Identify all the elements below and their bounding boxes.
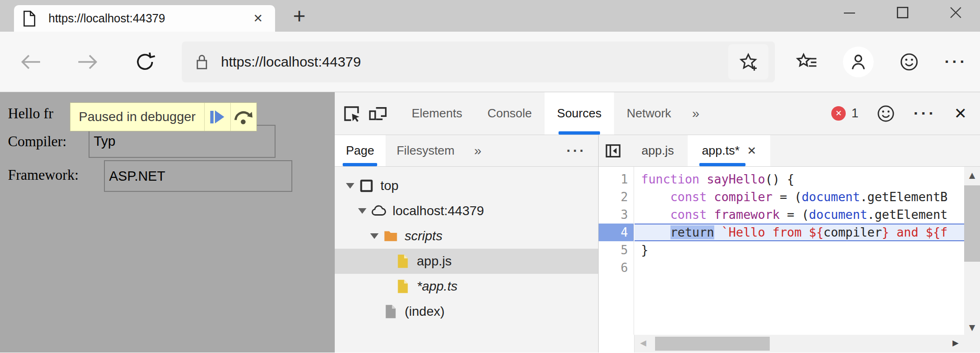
devtools-tab-network[interactable]: Network [614, 92, 683, 135]
tree-item-app.js[interactable]: app.js [335, 249, 598, 274]
web-page: Hello fr Paused in debugger Compiler: Fr… [0, 92, 335, 353]
lock-icon [195, 53, 209, 71]
file-js-icon [394, 253, 411, 270]
code-token: = ( [773, 190, 802, 204]
devtools-tab-elements[interactable]: Elements [399, 92, 475, 135]
scroll-right-icon[interactable]: ▶ [952, 338, 959, 347]
toolbar-actions: ··· [795, 47, 967, 77]
step-over-button[interactable] [230, 103, 256, 131]
tree-item-label: localhost:44379 [393, 204, 484, 218]
new-tab-button[interactable]: + [286, 4, 312, 28]
file-index-icon [382, 303, 399, 320]
close-window-icon[interactable] [948, 3, 963, 22]
sources-nav-tab-filesystem[interactable]: Filesystem [386, 135, 466, 166]
code-line[interactable]: } [635, 241, 964, 259]
devtools-tab-sources[interactable]: Sources [545, 92, 614, 135]
code-line[interactable]: function sayHello() { [635, 170, 964, 188]
minimize-icon[interactable] [842, 3, 857, 22]
url-text[interactable]: https://localhost:44379 [221, 54, 728, 70]
browser-tab[interactable]: https://localhost:44379 ✕ [14, 5, 275, 32]
folder-icon [382, 228, 399, 244]
more-panels-chevron-icon[interactable]: » [684, 92, 708, 135]
tree-item-top[interactable]: top [335, 173, 598, 198]
tab-strip: https://localhost:44379 ✕ + [0, 0, 980, 32]
resume-icon [210, 110, 224, 123]
tab-close-icon[interactable]: ✕ [249, 12, 267, 25]
forward-icon[interactable] [76, 52, 99, 72]
paused-banner-label: Paused in debugger [70, 103, 204, 131]
editor-tabbar: app.jsapp.ts*✕ [599, 135, 980, 167]
expand-triangle-icon[interactable] [356, 208, 368, 214]
scroll-left-icon[interactable]: ◀ [640, 338, 646, 347]
line-number[interactable]: 2 [599, 188, 634, 206]
line-number[interactable]: 5 [599, 241, 634, 259]
vertical-scrollbar-thumb[interactable] [964, 185, 980, 262]
feedback-smiley-icon[interactable] [899, 52, 919, 72]
code-token [699, 172, 707, 186]
tree-item-scripts[interactable]: scripts [335, 224, 598, 249]
paused-in-debugger-banner: Paused in debugger [70, 102, 257, 131]
tree-item--app.ts[interactable]: *app.ts [335, 274, 598, 299]
resume-script-button[interactable] [204, 103, 230, 131]
collapse-sidebar-icon[interactable] [599, 135, 628, 166]
refresh-icon[interactable] [134, 51, 156, 73]
code-area[interactable]: function sayHello() { const compiler = (… [635, 167, 964, 335]
editor-tab-close-icon[interactable]: ✕ [747, 144, 756, 157]
code-line[interactable] [635, 259, 964, 277]
framework-input[interactable] [104, 160, 292, 192]
tree-item--index-[interactable]: (index) [335, 299, 598, 324]
tree-item-localhost-44379[interactable]: localhost:44379 [335, 198, 598, 224]
sources-panel: PageFilesystem»··· toplocalhost:44379scr… [335, 135, 980, 353]
device-toolbar-icon[interactable] [365, 92, 391, 135]
more-nav-tabs-chevron-icon[interactable]: » [466, 135, 490, 166]
line-number[interactable]: 6 [599, 259, 634, 277]
add-favorite-button[interactable] [728, 44, 768, 80]
horizontal-scrollbar-thumb[interactable] [655, 337, 770, 351]
profile-button[interactable] [843, 47, 874, 77]
scrollbar-corner [964, 335, 980, 353]
devtools-more-icon[interactable]: ··· [913, 104, 936, 122]
editor-tab-label: app.js [642, 143, 674, 158]
expand-triangle-icon[interactable] [344, 183, 356, 189]
devtools-tab-console[interactable]: Console [475, 92, 544, 135]
content-area: Hello fr Paused in debugger Compiler: Fr… [0, 92, 980, 353]
devtools-close-icon[interactable]: ✕ [954, 104, 967, 122]
line-number[interactable]: 1 [599, 170, 634, 188]
editor-tab-app.js[interactable]: app.js [628, 135, 688, 166]
code-token [714, 225, 722, 239]
window-controls [842, 3, 963, 22]
code-token [707, 208, 714, 222]
inspect-element-icon[interactable] [338, 92, 365, 135]
editor-tab-app.ts-[interactable]: app.ts*✕ [688, 135, 770, 166]
back-icon[interactable] [20, 52, 42, 72]
code-token: return [670, 225, 714, 239]
gutter-footer [599, 335, 635, 353]
editor-tab-label: app.ts* [702, 143, 739, 158]
code-line-paused[interactable]: return `Hello from ${compiler} and ${f [635, 224, 964, 241]
horizontal-scrollbar[interactable]: ◀ ▶ [635, 335, 964, 353]
scroll-up-icon[interactable]: ▲ [964, 170, 980, 180]
devtools-feedback-smiley-icon[interactable] [876, 104, 896, 123]
page-favicon-icon [22, 10, 36, 27]
maximize-icon[interactable] [895, 3, 910, 22]
browser-window: https://localhost:44379 ✕ + [0, 0, 980, 353]
sources-sidebar-more-icon[interactable]: ··· [566, 143, 598, 159]
code-line[interactable]: const framework = (document.getElement [635, 206, 964, 224]
devtools-panel: ElementsConsoleSourcesNetwork » ✕ 1 ··· … [335, 92, 980, 353]
vertical-scrollbar[interactable]: ▲ ▼ [964, 167, 980, 335]
star-plus-icon [738, 52, 759, 72]
line-number[interactable]: 4 [599, 224, 634, 241]
error-indicator[interactable]: ✕ 1 [831, 106, 858, 121]
code-line[interactable]: const compiler = (document.getElementB [635, 188, 964, 206]
person-icon [848, 52, 869, 72]
scroll-down-icon[interactable]: ▼ [964, 323, 980, 332]
line-number[interactable]: 3 [599, 206, 634, 224]
address-bar[interactable]: https://localhost:44379 [182, 41, 775, 82]
error-badge-icon: ✕ [831, 106, 846, 121]
favorites-hub-icon[interactable] [795, 52, 818, 72]
devtools-tabbar: ElementsConsoleSourcesNetwork [399, 92, 684, 135]
settings-more-icon[interactable]: ··· [945, 53, 967, 71]
expand-triangle-icon[interactable] [368, 233, 380, 239]
tree-item-label: (index) [405, 304, 445, 319]
sources-nav-tab-page[interactable]: Page [335, 135, 386, 166]
